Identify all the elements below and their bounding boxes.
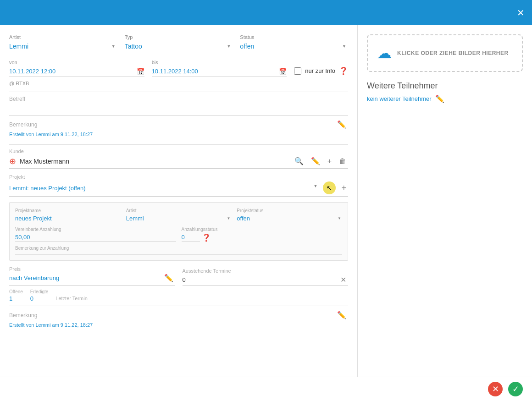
weitere-teilnehmer-label: Weitere Teilnehmer <box>367 81 523 91</box>
bottom-bemerkung-label: Bemerkung <box>9 312 37 319</box>
artist-group: Artist Lemmi <box>9 34 117 52</box>
anzahlungsstatus-label: Anzahlungsstatus <box>182 227 343 232</box>
created-info: Erstellt von Lemmi am 9.11.22, 18:27 <box>9 132 348 137</box>
bottom-created-info: Erstellt von Lemmi am 9.11.22, 18:27 <box>9 322 348 328</box>
status-label: Status <box>240 34 348 40</box>
termine-input-row: ✕ <box>183 275 349 286</box>
erledigte-value: 0 <box>30 295 48 302</box>
projekt-artist-select[interactable]: Lemmi <box>126 214 144 223</box>
nur-zur-info-label: nur zur Info <box>305 67 335 74</box>
vereinbarte-anzahlung-label: Vereinbarte Anzahlung <box>15 227 176 232</box>
anzahlungsstatus-field: Anzahlungsstatus ❓ <box>182 227 343 242</box>
typ-label: Typ <box>125 34 233 40</box>
von-input[interactable]: 10.11.2022 12:00 <box>9 66 137 77</box>
betreff-label: Betreff <box>9 96 348 102</box>
divider-2 <box>9 144 348 145</box>
anzahlungsstatus-help-icon[interactable]: ❓ <box>202 233 211 242</box>
projekt-details: Projektname Artist Lemmi Projektstatus <box>9 202 348 261</box>
projektname-input[interactable] <box>15 214 121 223</box>
projektname-label: Projektname <box>15 208 121 213</box>
projektname-field: Projektname <box>15 208 121 223</box>
bis-label: bis <box>152 60 287 65</box>
kein-teilnehmer-text: kein weiterer Teilnehmer <box>367 95 432 102</box>
upload-text: KLICKE ODER ZIEHE BILDER HIERHER <box>397 50 509 56</box>
kunde-section: Kunde ⊕ Max Mustermann 🔍 ✏️ + 🗑 <box>9 148 348 169</box>
preis-field: Preis nach Vereinbarung ✏️ <box>9 266 175 286</box>
checkbox-row: nur zur Info ❓ <box>294 66 348 77</box>
calendar-icon-bis[interactable]: 📅 <box>279 68 287 75</box>
bemerkung-edit-button[interactable]: ✏️ <box>335 119 348 130</box>
kunde-row: ⊕ Max Mustermann 🔍 ✏️ + 🗑 <box>9 156 348 169</box>
confirm-button[interactable]: ✓ <box>508 382 523 396</box>
offene-field: Offene 1 <box>9 289 23 302</box>
help-icon[interactable]: ❓ <box>339 66 348 75</box>
calendar-icon-von[interactable]: 📅 <box>137 68 144 75</box>
upload-icon: ☁ <box>377 44 392 62</box>
bis-input-wrap: 10.11.2022 14:00 📅 <box>152 66 287 77</box>
right-panel: ☁ KLICKE ODER ZIEHE BILDER HIERHER Weite… <box>358 25 532 377</box>
ausstehende-termine-input[interactable] <box>183 275 339 284</box>
upload-area[interactable]: ☁ KLICKE ODER ZIEHE BILDER HIERHER <box>367 34 523 72</box>
letzter-termin: Letzter Termin <box>55 289 88 302</box>
modal-overlay: ✕ Artist Lemmi Typ <box>0 0 532 401</box>
typ-group: Typ Tattoo <box>125 34 233 52</box>
bemerkung-anzahlung-label: Bemerkung zur Anzahlung <box>15 246 342 255</box>
artist-select[interactable]: Lemmi <box>9 41 29 52</box>
anzahlungsstatus-input[interactable] <box>182 233 200 242</box>
von-group: von 10.11.2022 12:00 📅 <box>9 60 144 77</box>
kunde-add-button[interactable]: + <box>326 156 333 166</box>
von-input-wrap: 10.11.2022 12:00 📅 <box>9 66 144 77</box>
vereinbarte-anzahlung-input[interactable] <box>15 233 176 242</box>
projekt-select[interactable]: Lemmi: neues Projekt (offen) <box>9 185 86 192</box>
anzahlung-row: Vereinbarte Anzahlung Anzahlungsstatus ❓ <box>15 227 342 242</box>
projekt-select-wrapper: Lemmi: neues Projekt (offen) <box>9 184 319 192</box>
artist-typ-status-row: Artist Lemmi Typ Tattoo <box>9 34 348 52</box>
preis-edit-button[interactable]: ✏️ <box>162 273 175 283</box>
kunde-label: Kunde <box>9 148 348 154</box>
cursor-indicator: ↖ <box>323 181 336 194</box>
preis-value: nach Vereinbarung <box>9 275 162 281</box>
close-button[interactable]: ✕ <box>517 8 525 17</box>
bis-group: bis 10.11.2022 14:00 📅 <box>152 60 287 77</box>
status-select[interactable]: offen <box>240 41 254 52</box>
ausstehende-termine-field: Ausstehende Termine ✕ <box>183 268 349 286</box>
ausstehende-termine-label: Ausstehende Termine <box>183 268 349 274</box>
artist-label: Artist <box>9 34 117 40</box>
bottom-bemerkung-row: Bemerkung ✏️ <box>9 310 348 320</box>
offene-value: 1 <box>9 295 23 302</box>
ausstehende-termine-clear-button[interactable]: ✕ <box>338 275 348 285</box>
vereinbarte-anzahlung-field: Vereinbarte Anzahlung <box>15 227 176 242</box>
projektstatus-label: Projektstatus <box>237 208 342 213</box>
modal-body: Artist Lemmi Typ Tattoo <box>0 25 532 377</box>
projekt-add-button[interactable]: + <box>339 182 348 194</box>
divider-1 <box>9 92 348 92</box>
cancel-button[interactable]: ✕ <box>488 382 503 396</box>
kunde-search-button[interactable]: 🔍 <box>293 156 305 166</box>
anzahlungsstatus-row: ❓ <box>182 233 343 242</box>
projekt-artist-field: Artist Lemmi <box>126 208 232 223</box>
offene-row: Offene 1 Erledigte 0 Letzter Termin <box>9 289 348 302</box>
kunde-delete-button[interactable]: 🗑 <box>337 156 348 166</box>
erledigte-label: Erledigte <box>30 289 48 294</box>
typ-select[interactable]: Tattoo <box>125 41 143 52</box>
teilnehmer-edit-button[interactable]: ✏️ <box>435 94 444 103</box>
nur-zur-info-checkbox[interactable] <box>294 67 301 75</box>
kunde-icon: ⊕ <box>9 156 16 166</box>
projektstatus-select-wrapper: offen <box>237 214 342 223</box>
bis-input[interactable]: 10.11.2022 14:00 <box>152 66 279 77</box>
modal-header: ✕ <box>0 0 532 25</box>
projektstatus-select[interactable]: offen <box>237 214 250 223</box>
bottom-bemerkung-edit-button[interactable]: ✏️ <box>335 310 348 320</box>
projektstatus-field: Projektstatus offen <box>237 208 342 223</box>
projekt-details-row-1: Projektname Artist Lemmi Projektstatus <box>15 208 342 223</box>
kein-teilnehmer-row: kein weiterer Teilnehmer ✏️ <box>367 94 523 103</box>
bemerkung-label: Bemerkung <box>9 121 37 128</box>
typ-select-wrapper: Tattoo <box>125 41 233 52</box>
von-label: von <box>9 60 144 65</box>
kunde-edit-button[interactable]: ✏️ <box>309 156 322 166</box>
betreff-input[interactable] <box>9 104 348 115</box>
preis-row: Preis nach Vereinbarung ✏️ Ausstehende T… <box>9 266 348 286</box>
bemerkung-row: Bemerkung ✏️ <box>9 119 348 130</box>
projekt-section: Projekt Lemmi: neues Projekt (offen) ↖ + <box>9 174 348 197</box>
modal-footer: ✕ ✓ <box>0 377 532 401</box>
